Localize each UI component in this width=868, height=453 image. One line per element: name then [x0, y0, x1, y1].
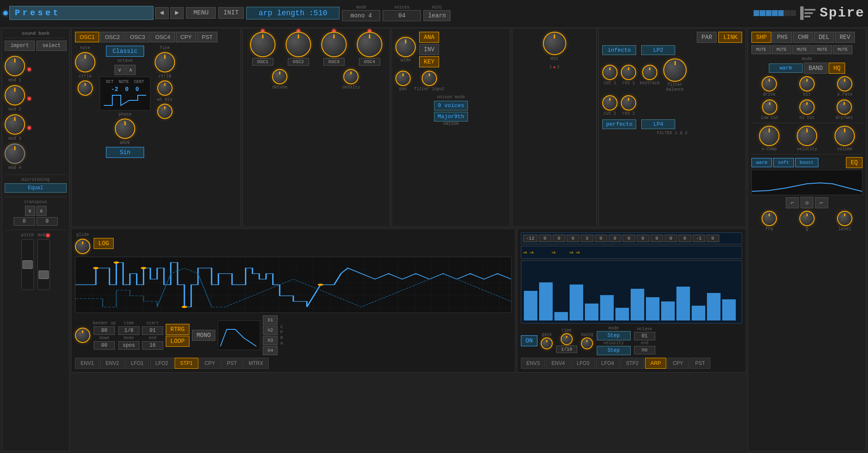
ctrlb-knob[interactable] — [157, 80, 172, 96]
stp2-tab[interactable]: STP2 — [620, 358, 644, 369]
wave-value-btn[interactable]: Sin — [106, 147, 144, 158]
unison-chord-value[interactable]: Major9th — [434, 112, 468, 122]
pitch-slider[interactable] — [21, 239, 34, 290]
env-pst-tab[interactable]: PST — [221, 358, 242, 369]
preset-bar[interactable]: Preset — [9, 6, 153, 20]
x2-btn[interactable]: X2 — [263, 326, 278, 335]
lfo3-tab[interactable]: LFO3 — [571, 358, 595, 369]
frq-knob[interactable] — [762, 211, 777, 226]
eq-shape2-btn[interactable]: ◇ — [801, 197, 813, 208]
x1-btn[interactable]: X1 — [263, 315, 278, 325]
eq-shape1-btn[interactable]: ⌐ — [786, 197, 798, 208]
filter-balance-knob[interactable] — [663, 58, 687, 82]
warm-eq-btn[interactable]: warm — [751, 158, 772, 167]
transpose-down-btn[interactable]: ∨ — [25, 206, 35, 216]
keytrack-knob[interactable] — [642, 65, 657, 80]
arp-pst-tab[interactable]: PST — [690, 358, 710, 369]
lfo4-tab[interactable]: LFO4 — [596, 358, 620, 369]
mix-main-knob[interactable] — [543, 32, 566, 55]
eq-btn[interactable]: EQ — [846, 157, 862, 168]
xcomp-knob[interactable] — [759, 126, 779, 146]
osc1-tab[interactable]: OSC1 — [75, 32, 99, 42]
init-btn[interactable]: INIT — [218, 7, 244, 19]
x3-btn[interactable]: X3 — [263, 336, 278, 345]
wtmix-knob[interactable] — [157, 104, 172, 119]
env1-tab[interactable]: ENV1 — [75, 358, 99, 369]
ana-btn[interactable]: ANA — [419, 32, 439, 43]
stp1-tab[interactable]: STP1 — [175, 358, 198, 369]
mod-slider[interactable] — [37, 239, 50, 290]
select-btn[interactable]: select — [36, 41, 67, 51]
unison-mode-value[interactable]: 9 voices — [434, 101, 468, 110]
import-btn[interactable]: import — [5, 41, 35, 51]
volume-knob[interactable] — [835, 126, 855, 146]
filter-input-knob[interactable] — [422, 71, 437, 86]
note-knob[interactable] — [75, 52, 95, 72]
osc2-main-knob[interactable] — [286, 32, 311, 57]
lfo2-tab[interactable]: LFO2 — [150, 358, 174, 369]
x4-btn[interactable]: X4 — [263, 346, 278, 355]
link-btn[interactable]: LINK — [718, 32, 742, 43]
env3-tab[interactable]: ENV3 — [521, 358, 545, 369]
arp-display[interactable]: arp length :510 — [246, 7, 339, 19]
eq-shape3-btn[interactable]: ⌐ — [815, 197, 828, 208]
arp-tab[interactable]: ARP — [645, 358, 667, 369]
arp-on-btn[interactable]: ON — [521, 335, 537, 346]
mtrx-tab[interactable]: MTRX — [243, 358, 269, 369]
env2-tab[interactable]: ENV2 — [100, 358, 124, 369]
microtuning-value[interactable]: Equal — [5, 183, 67, 193]
level-knob[interactable] — [837, 211, 852, 226]
arp-swing-knob[interactable] — [581, 337, 593, 349]
env4-tab[interactable]: ENV4 — [546, 358, 570, 369]
arp-velocity-value[interactable]: Step — [597, 346, 631, 355]
velocity-knob[interactable] — [797, 126, 817, 146]
mod2-knob[interactable] — [5, 85, 25, 105]
mute2-btn[interactable]: MUTE — [772, 45, 791, 54]
log-btn[interactable]: LOG — [94, 238, 114, 249]
osc2-tab[interactable]: OSC2 — [100, 32, 124, 42]
boost-eq-btn[interactable]: boost — [795, 158, 818, 167]
key-btn[interactable]: KEY — [419, 56, 439, 67]
mode-value[interactable]: mono 4 — [342, 10, 380, 21]
lfo1-tab[interactable]: LFO1 — [125, 358, 149, 369]
band-btn[interactable]: BAND — [804, 63, 828, 74]
arp-mode-value[interactable]: Step — [597, 331, 631, 340]
mod3-knob[interactable] — [5, 114, 25, 135]
ctrla-knob[interactable] — [78, 80, 93, 96]
arp-cpy-tab[interactable]: CPY — [667, 358, 689, 369]
detune-knob[interactable] — [272, 69, 287, 84]
drywet-knob[interactable] — [837, 99, 852, 115]
fine-knob[interactable] — [155, 52, 175, 72]
arp-gate-knob[interactable] — [541, 337, 553, 349]
menu-btn[interactable]: MENU — [186, 7, 216, 19]
osc3-main-knob[interactable] — [321, 32, 347, 57]
filter2-type[interactable]: LP4 — [641, 119, 675, 129]
osc4-tab[interactable]: OSC4 — [150, 32, 175, 42]
inv-btn[interactable]: INV — [419, 44, 439, 55]
env-cpy-tab[interactable]: CPY — [199, 358, 221, 369]
osc-cpy-tab[interactable]: CPY — [176, 32, 197, 42]
wide-knob[interactable] — [395, 37, 416, 57]
rtrg-btn[interactable]: RTRG — [166, 324, 189, 335]
del-btn[interactable]: DEL — [814, 32, 834, 43]
glide-knob[interactable] — [75, 239, 90, 254]
lowcut-knob[interactable] — [762, 99, 777, 115]
res1-knob[interactable] — [621, 65, 636, 80]
bender-knob[interactable] — [75, 328, 90, 343]
loop-btn[interactable]: LOOP — [166, 336, 189, 347]
phs-btn[interactable]: PHS — [772, 32, 792, 43]
arp-bar-display[interactable] — [521, 260, 742, 323]
filter1-type[interactable]: LP2 — [641, 45, 675, 55]
cut1-knob[interactable] — [602, 65, 618, 80]
oct-up-btn[interactable]: ∧ — [125, 65, 136, 75]
par-btn[interactable]: PAR — [697, 32, 717, 43]
drive-knob[interactable] — [762, 76, 777, 91]
pan-knob[interactable] — [395, 71, 411, 86]
phase-knob[interactable] — [115, 119, 135, 139]
nav-left-btn[interactable]: ◄ — [155, 7, 169, 19]
mute1-btn[interactable]: MUTE — [751, 45, 771, 54]
hq-btn[interactable]: HQ — [829, 63, 845, 74]
res2-knob[interactable] — [621, 95, 636, 110]
osc4-main-knob[interactable] — [357, 32, 382, 57]
mute3-btn[interactable]: MUTE — [792, 45, 812, 54]
